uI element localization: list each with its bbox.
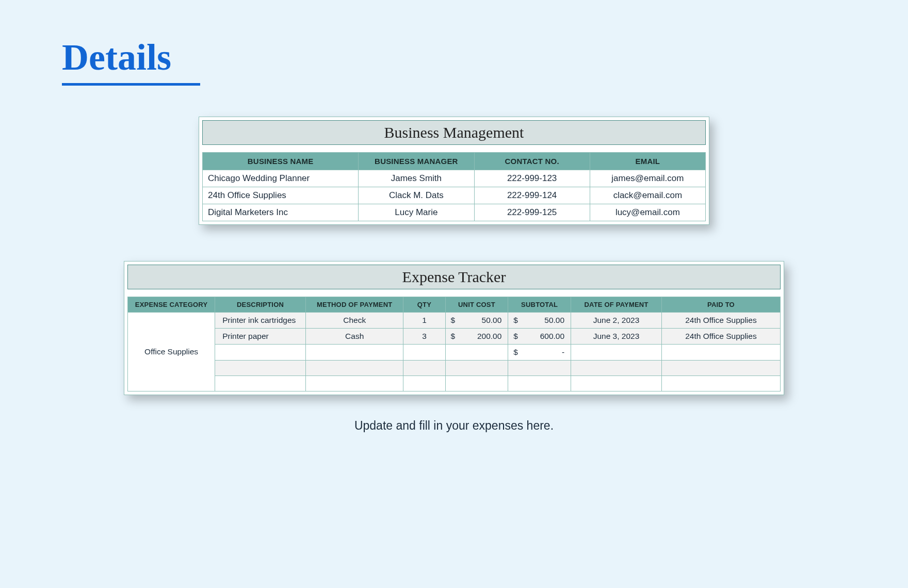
- cell-date[interactable]: June 2, 2023: [571, 313, 662, 329]
- cell-method[interactable]: [306, 361, 403, 376]
- cell-description[interactable]: [215, 345, 306, 361]
- cell-subtotal[interactable]: $600.00: [508, 329, 571, 345]
- cell-description[interactable]: [215, 361, 306, 376]
- cell-category[interactable]: Office Supplies: [128, 313, 215, 391]
- cell-unit-cost[interactable]: [445, 345, 508, 361]
- cell-unit-cost[interactable]: $200.00: [445, 329, 508, 345]
- business-card: Business Management BUSINESS NAME BUSINE…: [199, 117, 709, 225]
- cell-email[interactable]: james@email.com: [590, 170, 705, 187]
- table-row: [128, 361, 781, 376]
- cell-date[interactable]: [571, 345, 662, 361]
- cell-manager[interactable]: Lucy Marie: [359, 204, 474, 221]
- cell-description[interactable]: Printer paper: [215, 329, 306, 345]
- col-date: DATE OF PAYMENT: [571, 297, 662, 313]
- col-description: DESCRIPTION: [215, 297, 306, 313]
- col-paid-to: PAID TO: [661, 297, 780, 313]
- table-row: 24th Office Supplies Clack M. Dats 222-9…: [203, 187, 706, 204]
- cell-paid-to[interactable]: [661, 345, 780, 361]
- expense-table: EXPENSE CATEGORY DESCRIPTION METHOD OF P…: [127, 297, 781, 391]
- table-header-row: BUSINESS NAME BUSINESS MANAGER CONTACT N…: [203, 153, 706, 170]
- table-row: $-: [128, 345, 781, 361]
- expense-card: Expense Tracker EXPENSE CATEGORY DESCRIP…: [124, 261, 784, 395]
- cell-business-name[interactable]: Digital Marketers Inc: [203, 204, 359, 221]
- col-business-name: BUSINESS NAME: [203, 153, 359, 170]
- cell-contact[interactable]: 222-999-125: [474, 204, 590, 221]
- cell-description[interactable]: [215, 376, 306, 391]
- cell-unit-cost[interactable]: [445, 361, 508, 376]
- cell-description[interactable]: Printer ink cartridges: [215, 313, 306, 329]
- cell-qty[interactable]: [403, 345, 445, 361]
- cell-date[interactable]: [571, 361, 662, 376]
- col-email: EMAIL: [590, 153, 705, 170]
- col-unit-cost: UNIT COST: [445, 297, 508, 313]
- cell-qty[interactable]: 3: [403, 329, 445, 345]
- cell-method[interactable]: Cash: [306, 329, 403, 345]
- business-table: BUSINESS NAME BUSINESS MANAGER CONTACT N…: [202, 152, 706, 221]
- cell-email[interactable]: clack@email.com: [590, 187, 705, 204]
- cell-date[interactable]: [571, 376, 662, 391]
- table-row: Digital Marketers Inc Lucy Marie 222-999…: [203, 204, 706, 221]
- table-row: [128, 376, 781, 391]
- cell-date[interactable]: June 3, 2023: [571, 329, 662, 345]
- cell-subtotal[interactable]: $-: [508, 345, 571, 361]
- cell-method[interactable]: [306, 345, 403, 361]
- business-title: Business Management: [202, 120, 706, 145]
- col-method: METHOD OF PAYMENT: [306, 297, 403, 313]
- cell-qty[interactable]: [403, 361, 445, 376]
- cell-qty[interactable]: 1: [403, 313, 445, 329]
- page-title: Details: [0, 0, 908, 83]
- expense-title: Expense Tracker: [127, 265, 781, 289]
- cell-email[interactable]: lucy@email.com: [590, 204, 705, 221]
- cell-paid-to[interactable]: 24th Office Supplies: [661, 329, 780, 345]
- col-business-manager: BUSINESS MANAGER: [359, 153, 474, 170]
- table-header-row: EXPENSE CATEGORY DESCRIPTION METHOD OF P…: [128, 297, 781, 313]
- cell-unit-cost[interactable]: [445, 376, 508, 391]
- title-underline: [62, 83, 200, 86]
- table-row: Chicago Wedding Planner James Smith 222-…: [203, 170, 706, 187]
- cell-subtotal[interactable]: [508, 376, 571, 391]
- cell-business-name[interactable]: 24th Office Supplies: [203, 187, 359, 204]
- cell-subtotal[interactable]: $50.00: [508, 313, 571, 329]
- table-row: Printer paper Cash 3 $200.00 $600.00 Jun…: [128, 329, 781, 345]
- cell-qty[interactable]: [403, 376, 445, 391]
- cell-manager[interactable]: Clack M. Dats: [359, 187, 474, 204]
- cell-business-name[interactable]: Chicago Wedding Planner: [203, 170, 359, 187]
- cell-paid-to[interactable]: [661, 361, 780, 376]
- cell-method[interactable]: [306, 376, 403, 391]
- cell-paid-to[interactable]: [661, 376, 780, 391]
- col-subtotal: SUBTOTAL: [508, 297, 571, 313]
- col-qty: QTY: [403, 297, 445, 313]
- cell-unit-cost[interactable]: $50.00: [445, 313, 508, 329]
- cell-method[interactable]: Check: [306, 313, 403, 329]
- caption-text: Update and fill in your expenses here.: [0, 419, 908, 433]
- cell-contact[interactable]: 222-999-123: [474, 170, 590, 187]
- col-contact: CONTACT NO.: [474, 153, 590, 170]
- cell-subtotal[interactable]: [508, 361, 571, 376]
- table-row: Office Supplies Printer ink cartridges C…: [128, 313, 781, 329]
- col-category: EXPENSE CATEGORY: [128, 297, 215, 313]
- cell-contact[interactable]: 222-999-124: [474, 187, 590, 204]
- cell-manager[interactable]: James Smith: [359, 170, 474, 187]
- cell-paid-to[interactable]: 24th Office Supplies: [661, 313, 780, 329]
